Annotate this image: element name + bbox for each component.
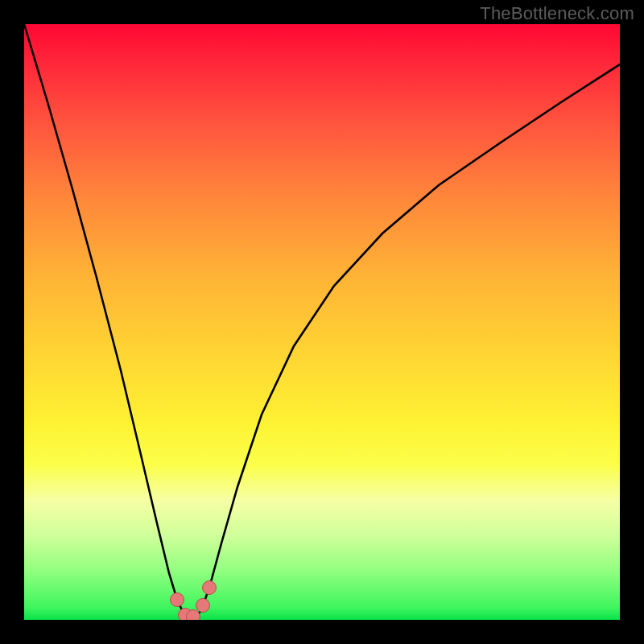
watermark-text: TheBottleneck.com [480, 3, 634, 24]
curve-layer [24, 24, 620, 620]
outer-frame: TheBottleneck.com [0, 0, 644, 644]
curve-dots [171, 581, 217, 621]
curve-dot [196, 599, 210, 613]
curve-dot [203, 581, 217, 595]
bottleneck-curve [24, 24, 620, 619]
curve-dot [171, 593, 184, 607]
gradient-plot-area [24, 24, 620, 620]
curve-dot [187, 610, 200, 621]
